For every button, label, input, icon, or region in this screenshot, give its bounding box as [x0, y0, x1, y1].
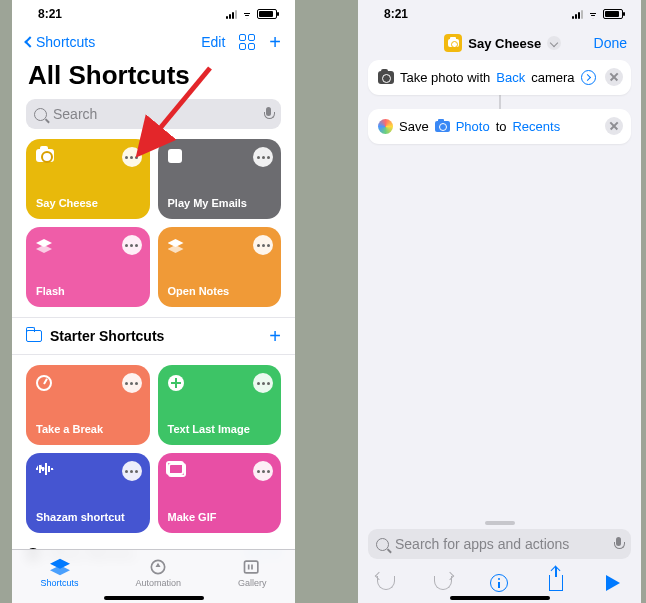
shortcut-open-notes[interactable]: Open Notes [158, 227, 282, 307]
chevron-down-icon [547, 36, 561, 50]
photo-param[interactable]: Photo [456, 119, 490, 134]
starter-shortcuts-header[interactable]: Starter Shortcuts + [12, 317, 295, 355]
shortcut-say-cheese[interactable]: Say Cheese [26, 139, 150, 219]
action-text: Save [399, 119, 429, 134]
tab-shortcuts[interactable]: Shortcuts [40, 558, 78, 588]
timer-icon [36, 375, 52, 391]
search-icon [376, 538, 389, 551]
home-indicator[interactable] [104, 596, 204, 600]
shortcut-make-gif[interactable]: Make GIF [158, 453, 282, 533]
camera-icon [378, 71, 394, 84]
action-text: camera [531, 70, 574, 85]
tile-menu-button[interactable] [253, 461, 273, 481]
remove-action-button[interactable] [605, 68, 623, 86]
tile-menu-button[interactable] [253, 373, 273, 393]
images-icon [168, 463, 186, 477]
tile-menu-button[interactable] [122, 461, 142, 481]
share-button[interactable] [545, 572, 567, 594]
undo-button[interactable] [375, 572, 397, 594]
tile-menu-button[interactable] [253, 147, 273, 167]
tile-label: Make GIF [168, 511, 272, 523]
layers-icon [168, 237, 184, 253]
search-placeholder: Search for apps and actions [395, 536, 608, 552]
tile-label: Take a Break [36, 423, 140, 435]
tab-label: Shortcuts [40, 578, 78, 588]
album-param[interactable]: Recents [512, 119, 560, 134]
tab-label: Gallery [238, 578, 267, 588]
home-indicator[interactable] [450, 596, 550, 600]
photo-variable-icon [435, 121, 450, 132]
camera-icon [36, 149, 54, 162]
signal-icon [226, 10, 237, 19]
search-field[interactable]: Search [26, 99, 281, 129]
automation-tab-icon [148, 558, 168, 576]
status-time: 8:21 [38, 7, 62, 21]
status-time: 8:21 [384, 7, 408, 21]
add-shortcut-button[interactable]: + [269, 32, 281, 52]
shortcut-editor-screen: 8:21 Say Cheese Done Take photo with Bac… [358, 0, 641, 603]
details-button[interactable] [488, 572, 510, 594]
add-starter-button[interactable]: + [269, 326, 281, 346]
starter-shortcuts-grid: Take a Break Text Last Image Shazam shor… [12, 355, 295, 543]
chevron-left-icon [24, 36, 35, 47]
action-info-button[interactable] [581, 70, 596, 85]
shortcut-shazam[interactable]: Shazam shortcut [26, 453, 150, 533]
shortcut-take-break[interactable]: Take a Break [26, 365, 150, 445]
action-search-field[interactable]: Search for apps and actions [368, 529, 631, 559]
status-bar: 8:21 [358, 0, 641, 28]
shortcut-title-button[interactable]: Say Cheese [444, 34, 561, 52]
battery-icon [603, 9, 623, 19]
shortcut-text-last-image[interactable]: Text Last Image [158, 365, 282, 445]
tile-menu-button[interactable] [122, 147, 142, 167]
shortcut-icon [444, 34, 462, 52]
shortcuts-library-screen: 8:21 Shortcuts Edit + All Shortcuts Sear… [12, 0, 295, 603]
tab-bar: Shortcuts Automation Gallery [12, 549, 295, 603]
edit-button[interactable]: Edit [201, 34, 225, 50]
tile-menu-button[interactable] [122, 235, 142, 255]
remove-action-button[interactable] [605, 117, 623, 135]
folder-icon [26, 330, 42, 342]
wifi-icon [241, 10, 253, 19]
battery-icon [257, 9, 277, 19]
mic-icon[interactable] [264, 107, 273, 121]
editor-nav: Say Cheese Done [358, 28, 641, 60]
tab-label: Automation [135, 578, 181, 588]
mic-icon[interactable] [614, 537, 623, 551]
tile-label: Say Cheese [36, 197, 140, 209]
shortcut-name: Say Cheese [468, 36, 541, 51]
tile-label: Text Last Image [168, 423, 272, 435]
layers-icon [36, 237, 52, 253]
tab-gallery[interactable]: Gallery [238, 558, 267, 588]
done-button[interactable]: Done [594, 35, 627, 51]
search-icon [34, 108, 47, 121]
action-text: to [496, 119, 507, 134]
action-save-photo[interactable]: Save Photo to Recents [368, 109, 631, 144]
shortcut-flash[interactable]: Flash [26, 227, 150, 307]
status-icons [226, 9, 277, 19]
tile-menu-button[interactable] [122, 373, 142, 393]
outlook-icon [168, 149, 182, 163]
status-icons [572, 9, 623, 19]
plus-circle-icon [168, 375, 184, 391]
redo-button[interactable] [432, 572, 454, 594]
panel-grabber[interactable] [485, 521, 515, 525]
tile-label: Shazam shortcut [36, 511, 140, 523]
search-placeholder: Search [53, 106, 258, 122]
action-take-photo[interactable]: Take photo with Back camera [368, 60, 631, 95]
starter-label: Starter Shortcuts [50, 328, 164, 344]
photos-icon [378, 119, 393, 134]
back-button[interactable]: Shortcuts [26, 34, 95, 50]
action-text: Take photo with [400, 70, 490, 85]
run-button[interactable] [602, 572, 624, 594]
action-connector [499, 95, 501, 109]
actions-canvas[interactable]: Take photo with Back camera Save Photo t… [358, 60, 641, 144]
shortcut-play-emails[interactable]: Play My Emails [158, 139, 282, 219]
tile-menu-button[interactable] [253, 235, 273, 255]
waveform-icon [36, 463, 54, 475]
status-bar: 8:21 [12, 0, 295, 28]
page-title: All Shortcuts [12, 58, 295, 99]
tab-automation[interactable]: Automation [135, 558, 181, 588]
wifi-icon [587, 10, 599, 19]
view-grid-button[interactable] [239, 34, 255, 50]
camera-param[interactable]: Back [496, 70, 525, 85]
